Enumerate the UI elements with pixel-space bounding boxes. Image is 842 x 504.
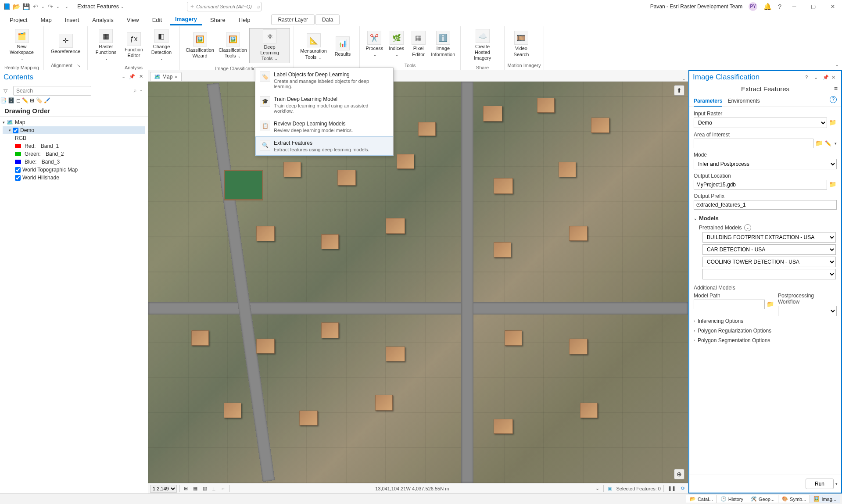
menu-label-objects[interactable]: 🏷️ Label Objects for Deep LearningCreate… bbox=[255, 68, 393, 93]
command-search-input[interactable] bbox=[196, 4, 257, 9]
command-search[interactable]: ✦ ⌕ bbox=[187, 2, 262, 11]
close-button[interactable]: ✕ bbox=[826, 0, 839, 13]
demo-visibility-checkbox[interactable] bbox=[13, 128, 18, 133]
models-section[interactable]: ⌄Models bbox=[694, 213, 837, 223]
new-project-icon[interactable]: 📘 bbox=[3, 3, 11, 11]
polygon-segmentation-options[interactable]: ›Polygon Segmentation Options bbox=[694, 336, 837, 345]
aoi-input[interactable] bbox=[694, 139, 813, 148]
search-icon[interactable]: ⌕ bbox=[133, 87, 136, 93]
results[interactable]: 📊Results bbox=[330, 36, 356, 58]
map-canvas[interactable]: ⬆ ⊕ bbox=[148, 82, 688, 483]
snap-inference-icon[interactable]: ↔ bbox=[219, 486, 227, 491]
tool-help-icon[interactable]: ? bbox=[830, 96, 837, 103]
inferencing-options[interactable]: ›Inferencing Options bbox=[694, 316, 837, 326]
pixel-editor[interactable]: ▦PixelEditor bbox=[408, 30, 430, 58]
input-raster-select[interactable]: Demo bbox=[694, 118, 827, 128]
save-project-icon[interactable]: 💾 bbox=[22, 3, 30, 11]
list-by-drawing-icon[interactable]: 📑 bbox=[0, 97, 7, 104]
tab-map[interactable]: Map bbox=[35, 15, 57, 25]
run-dd-icon[interactable]: ▾ bbox=[835, 482, 838, 486]
pretrained-dd-icon[interactable]: ⌄ bbox=[744, 224, 751, 231]
tab-view[interactable]: View bbox=[122, 15, 144, 25]
indices[interactable]: 🌿Indices⌄ bbox=[386, 30, 408, 58]
tab-insert[interactable]: Insert bbox=[60, 15, 85, 25]
video-search[interactable]: 🎞️VideoSearch bbox=[508, 30, 534, 58]
list-by-source-icon[interactable]: 🗄️ bbox=[8, 97, 14, 104]
icpane-menu-icon[interactable]: ≡ bbox=[834, 85, 838, 92]
tab-parameters[interactable]: Parameters bbox=[694, 96, 722, 107]
contents-search-input[interactable] bbox=[13, 86, 91, 96]
tree-map-node[interactable]: ▾ 🗺️ Map bbox=[3, 118, 145, 126]
icpane-dd-icon[interactable]: ⌄ bbox=[814, 75, 820, 80]
tab-edit[interactable]: Edit bbox=[147, 15, 167, 25]
ribbon-collapse[interactable]: ⌄ bbox=[835, 62, 838, 67]
model-3-select[interactable]: COOLING TOWER DETECTION - USA bbox=[702, 257, 836, 267]
user-avatar[interactable]: PY bbox=[749, 2, 757, 11]
undo-icon[interactable]: ↶ bbox=[32, 3, 39, 11]
ctx-tab-data[interactable]: Data bbox=[315, 14, 340, 25]
model-1-select[interactable]: BUILDING FOOTPRINT EXTRACTION - USA bbox=[702, 232, 836, 243]
icpane-help-icon[interactable]: ? bbox=[805, 75, 811, 80]
menu-review-models[interactable]: 📋 Review Deep Learning ModelsReview deep… bbox=[255, 117, 393, 136]
bottom-tab-symb[interactable]: 🎨Symb... bbox=[778, 495, 810, 503]
redo-dd-icon[interactable]: ⌄ bbox=[56, 4, 60, 9]
map-tab[interactable]: 🗺️ Map ✕ bbox=[150, 72, 182, 81]
modelpath-input[interactable] bbox=[694, 300, 765, 309]
tab-environments[interactable]: Environments bbox=[727, 96, 760, 107]
raster-functions[interactable]: ▦RasterFunctions ⌄ bbox=[91, 28, 121, 62]
polygon-regularization-options[interactable]: ›Polygon Regularization Options bbox=[694, 326, 837, 336]
function-editor[interactable]: ƒxFunctionEditor bbox=[121, 31, 147, 59]
classification-tools[interactable]: 🖼️ClassificationTools ⌄ bbox=[216, 32, 249, 60]
browse-aoi-icon[interactable]: 📁 bbox=[815, 139, 823, 147]
snap-dynamic-icon[interactable]: ▧ bbox=[201, 486, 208, 491]
sketch-aoi-icon[interactable]: ✏️ bbox=[825, 140, 833, 147]
tree-topo-node[interactable]: World Topographic Map bbox=[3, 166, 145, 174]
browse-input-raster-icon[interactable]: 📁 bbox=[829, 119, 837, 127]
collapse-icon[interactable]: ▾ bbox=[9, 128, 11, 132]
bottom-tab-history[interactable]: 🕑History bbox=[717, 495, 747, 503]
icpane-close-icon[interactable]: ✕ bbox=[831, 75, 838, 80]
pause-icon[interactable]: ❚❚ bbox=[666, 486, 677, 491]
menu-train-model[interactable]: 🎓 Train Deep Learning ModelTrain deep le… bbox=[255, 93, 393, 117]
change-detection[interactable]: ◧ChangeDetection ⌄ bbox=[147, 28, 176, 62]
north-arrow-icon[interactable]: ⬆ bbox=[674, 85, 684, 96]
tab-share[interactable]: Share bbox=[205, 15, 231, 25]
bottom-tab-imag[interactable]: 🖼️Imag... bbox=[810, 495, 840, 503]
new-workspace[interactable]: 🗂️NewWorkspace ⌄ bbox=[4, 28, 40, 62]
list-by-snapping-icon[interactable]: ⊞ bbox=[30, 97, 34, 104]
title-dropdown[interactable]: Extract Features ⌄ bbox=[77, 3, 124, 10]
minimize-button[interactable]: ─ bbox=[788, 0, 801, 13]
redo-icon[interactable]: ↷ bbox=[47, 3, 54, 11]
alignment-launcher[interactable]: ↘ bbox=[77, 63, 80, 68]
image-information[interactable]: ℹ️ImageInformation bbox=[430, 30, 457, 58]
contents-close-icon[interactable]: ✕ bbox=[137, 74, 144, 81]
contents-pin-icon[interactable]: 📌 bbox=[129, 74, 136, 81]
map-tab-close[interactable]: ✕ bbox=[174, 75, 178, 79]
tab-analysis[interactable]: Analysis bbox=[87, 15, 118, 25]
topo-visibility-checkbox[interactable] bbox=[15, 167, 21, 173]
output-location-input[interactable] bbox=[694, 180, 827, 189]
classification-wizard[interactable]: 🖼️ClassificationWizard bbox=[183, 32, 216, 60]
tab-project[interactable]: Project bbox=[4, 15, 32, 25]
list-by-labeling-icon[interactable]: 🏷️ bbox=[36, 97, 43, 104]
bottom-tab-geop[interactable]: 🛠️Geop... bbox=[747, 495, 778, 503]
mode-select[interactable]: Infer and Postprocess bbox=[694, 159, 837, 169]
filter-icon[interactable]: ▽ bbox=[4, 88, 11, 94]
coords-dd[interactable]: ⌄ bbox=[594, 486, 601, 491]
scale-selector[interactable]: 1:2,149 bbox=[150, 485, 177, 493]
snap-grid-icon[interactable]: ▦ bbox=[192, 486, 199, 491]
contents-dropdown-icon[interactable]: ⌄ bbox=[120, 74, 127, 81]
run-button[interactable]: Run bbox=[806, 479, 834, 489]
postproc-select[interactable] bbox=[778, 306, 837, 316]
notifications-icon[interactable]: 🔔 bbox=[763, 3, 772, 11]
tree-demo-node[interactable]: ▾ Demo bbox=[3, 126, 145, 134]
snap-constraints-icon[interactable]: ⟂ bbox=[211, 486, 217, 491]
bottom-tab-catalog[interactable]: 📂Catal... bbox=[686, 495, 717, 503]
qat-customize-icon[interactable]: ⌄ bbox=[65, 4, 68, 9]
help-icon[interactable]: ? bbox=[778, 3, 781, 10]
model-4-select[interactable] bbox=[702, 269, 836, 279]
collapse-icon[interactable]: ▾ bbox=[3, 120, 5, 125]
list-by-perception-icon[interactable]: 🖌️ bbox=[44, 97, 50, 104]
output-prefix-input[interactable] bbox=[694, 200, 837, 210]
tab-imagery[interactable]: Imagery bbox=[170, 14, 202, 25]
